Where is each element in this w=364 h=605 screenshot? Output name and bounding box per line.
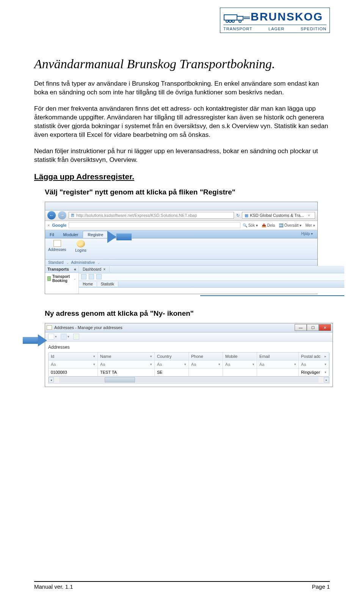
footer-page: Page 1 xyxy=(312,583,330,590)
google-search-button[interactable]: 🔍 Sök ▾ xyxy=(243,223,258,227)
truck-icon: BRUNSKOG xyxy=(223,10,326,23)
col-name[interactable]: Name▾ xyxy=(98,353,155,360)
ribbon-item-addresses[interactable]: Addresses xyxy=(48,240,66,252)
table-filter-row: Aa▾ Aa▾ Aa▾ Aa▾ Aa▾ Aa▾ Aa▾ xyxy=(49,360,329,368)
nav-back-icon[interactable]: ← xyxy=(47,211,56,219)
table-row[interactable]: 0100083 TEST TA SE Ringväger▾ xyxy=(49,368,329,376)
filter-country[interactable]: Aa▾ xyxy=(155,360,189,368)
svg-point-4 xyxy=(232,20,234,22)
page-footer: Manual ver. 1.1 Page 1 xyxy=(34,581,330,590)
step-heading: Ny adress genom att klicka på "Ny- ikone… xyxy=(45,309,330,318)
toolbar-icon[interactable] xyxy=(81,274,86,279)
scroll-left-button[interactable]: ◂ xyxy=(49,377,54,382)
window-icon xyxy=(47,325,52,330)
cell-id: 0100083 xyxy=(49,368,98,376)
paragraph: För den mer frekventa användaren finns d… xyxy=(34,105,330,139)
ribbon-tab-moduler[interactable]: Moduler xyxy=(59,231,83,238)
col-email[interactable]: Email xyxy=(257,353,299,360)
google-label: Google xyxy=(52,223,66,227)
svg-point-2 xyxy=(226,20,228,22)
col-country[interactable]: Country xyxy=(155,353,189,360)
doc-title: Användarmanual Brunskog Transportbokning… xyxy=(34,57,330,71)
filter-id[interactable]: Aa▾ xyxy=(49,360,98,368)
panel-title: Addresses xyxy=(48,345,329,350)
brand-name: BRUNSKOG xyxy=(251,10,323,23)
tab-label: KSD Global Customs & Tra... xyxy=(250,213,304,218)
tab-dashboard[interactable]: Dashboard × xyxy=(79,266,110,272)
ribbon-group-administrative: Administrative xyxy=(71,260,95,265)
table-header-row: Id▾ Name▾ Country Phone Mobile Email Pos… xyxy=(49,353,329,360)
brand-logo: BRUNSKOG TRANSPORT LAGER SPEDITION xyxy=(220,8,330,33)
scroll-thumb[interactable] xyxy=(105,377,135,382)
minimize-button[interactable]: — xyxy=(295,324,307,331)
section-heading: Lägga upp Adressregister. xyxy=(34,172,330,181)
col-phone[interactable]: Phone xyxy=(189,353,223,360)
inner-tab-statistik[interactable]: Statistik xyxy=(97,282,118,287)
sidebar-header-transports[interactable]: Transports« xyxy=(45,266,78,273)
svg-rect-0 xyxy=(224,15,237,20)
cell-postal: Ringväger▾ xyxy=(299,368,329,376)
ribbon-tab-fil[interactable]: Fil xyxy=(45,231,59,238)
footer-version: Manual ver. 1.1 xyxy=(34,583,73,590)
cell-country: SE xyxy=(155,368,189,376)
refresh-icon[interactable]: ↻ xyxy=(236,213,240,218)
screenshot-addresses-window: Addresses - Manage your addresses — ☐ ✕ … xyxy=(45,323,333,387)
new-icon xyxy=(48,334,54,340)
close-icon[interactable]: × xyxy=(308,213,310,218)
scroll-right-button[interactable]: ▸ xyxy=(324,377,329,382)
filter-email[interactable]: Aa▾ xyxy=(257,360,299,368)
toolbar-icon[interactable] xyxy=(89,274,94,279)
window-title: Addresses - Manage your addresses xyxy=(54,325,122,330)
booking-icon xyxy=(47,276,51,281)
ribbon-item-logins[interactable]: Logins xyxy=(75,240,86,252)
cell-phone xyxy=(189,368,223,376)
addresses-table: Id▾ Name▾ Country Phone Mobile Email Pos… xyxy=(48,352,329,377)
toolbar-save-button[interactable]: ▾ xyxy=(61,334,69,340)
horizontal-scrollbar[interactable]: ◂ ▸ xyxy=(48,377,329,384)
nav-forward-icon[interactable]: → xyxy=(58,211,66,219)
cell-email xyxy=(257,368,299,376)
svg-point-3 xyxy=(229,20,231,22)
col-id[interactable]: Id▾ xyxy=(49,353,98,360)
filter-name[interactable]: Aa▾ xyxy=(98,360,155,368)
logins-icon xyxy=(77,240,85,248)
sidebar-item-transport-booking[interactable]: Transport Booking ⌄ xyxy=(45,273,78,284)
url-text: http://solutions.ksdsoftware.net/Express… xyxy=(76,213,197,218)
google-search-input[interactable] xyxy=(69,222,240,228)
google-more-button[interactable]: Mer » xyxy=(305,223,315,227)
save-icon xyxy=(61,334,67,340)
callout-arrow xyxy=(107,231,132,243)
browser-tab[interactable]: ▦ KSD Global Customs & Tra... × xyxy=(242,212,315,219)
col-postal[interactable]: Postal adc▸ xyxy=(299,353,329,360)
brand-tag: TRANSPORT xyxy=(223,27,253,31)
callout-arrow xyxy=(23,334,47,346)
close-button[interactable]: ✕ xyxy=(319,324,331,331)
brand-tag: SPEDITION xyxy=(301,27,326,31)
ribbon-tab-registre[interactable]: Registre xyxy=(83,231,108,238)
paragraph: Det finns två typer av användare i Bruns… xyxy=(34,80,330,97)
toolbar-new-button[interactable]: ▾ xyxy=(48,334,57,340)
maximize-button[interactable]: ☐ xyxy=(307,324,319,331)
address-bar[interactable]: 🖹 http://solutions.ksdsoftware.net/Expre… xyxy=(69,212,234,219)
ribbon-group-standard: Standard xyxy=(48,260,64,265)
toolbar-refresh-button[interactable] xyxy=(73,334,79,340)
page-icon: ▦ xyxy=(245,213,248,218)
svg-point-5 xyxy=(239,20,241,22)
col-mobile[interactable]: Mobile xyxy=(223,353,257,360)
filter-postal[interactable]: Aa▾ xyxy=(299,360,329,368)
cell-mobile xyxy=(223,368,257,376)
svg-rect-1 xyxy=(237,16,243,20)
cell-name: TEST TA xyxy=(98,368,155,376)
paragraph: Nedan följer instruktioner på hur ni läg… xyxy=(34,147,330,165)
google-share-button[interactable]: 📤 Dela xyxy=(262,223,275,227)
globe-icon: 🖹 xyxy=(71,213,75,218)
addresses-icon xyxy=(53,240,61,247)
google-translate-button[interactable]: 🔤 Översätt ▾ xyxy=(279,223,301,227)
filter-phone[interactable]: Aa▾ xyxy=(189,360,223,368)
step-heading: Välj "register" nytt genom att klicka på… xyxy=(45,188,330,196)
screenshot-browser: ← → 🖹 http://solutions.ksdsoftware.net/E… xyxy=(45,202,318,294)
help-menu[interactable]: Hjälp ▾ xyxy=(298,230,316,237)
filter-mobile[interactable]: Aa▾ xyxy=(223,360,257,368)
toolbar-icon[interactable] xyxy=(96,274,102,279)
inner-tab-home[interactable]: Home xyxy=(79,282,97,287)
